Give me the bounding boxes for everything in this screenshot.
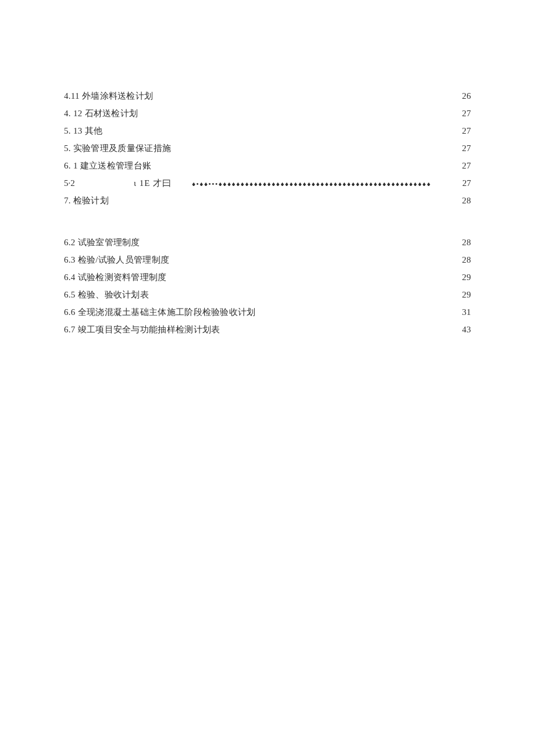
- toc-label: 6.5 检验、验收计划表: [64, 286, 149, 303]
- toc-label: 6.7 竣工项目安全与功能抽样检测计划表: [64, 321, 220, 338]
- toc-entry: 4. 12 石材送检计划 27: [64, 105, 471, 122]
- toc-label: 4. 12 石材送检计划: [64, 105, 138, 122]
- toc-page: 28: [462, 251, 471, 268]
- toc-page: 27: [462, 174, 471, 192]
- toc-page: 43: [462, 321, 471, 338]
- toc-leader-dots: [139, 108, 461, 116]
- toc-leader-dots: [172, 142, 461, 151]
- toc-entry: 6.2 试验室管理制度 28: [64, 234, 471, 251]
- toc-page: 28: [462, 192, 471, 209]
- toc-leader-dots: [168, 271, 461, 280]
- toc-leader-dots: [150, 289, 461, 298]
- toc-label-left: 5·2: [64, 174, 134, 192]
- toc-leader-dots: [104, 125, 461, 134]
- toc-leader-dots: [222, 324, 461, 332]
- toc-label-mid: ι 1E 才曰: [134, 174, 174, 192]
- toc-label: 6.3 检验/试验人员管理制度: [64, 251, 169, 268]
- toc-leader-dots: [257, 306, 461, 315]
- toc-entry: 6.7 竣工项目安全与功能抽样检测计划表 43: [64, 321, 471, 338]
- toc-label: 5. 实验管理及质量保证措施: [64, 139, 171, 157]
- toc-entry: 6.6 全现浇混凝土基础主体施工阶段检验验收计划 31: [64, 303, 471, 321]
- toc-entry: 4.11 外墙涂料送检计划 26: [64, 87, 471, 105]
- toc-entry: 6. 1 建立送检管理台账 27: [64, 157, 471, 174]
- toc-page: 27: [462, 157, 471, 174]
- toc-label: 6.6 全现浇混凝土基础主体施工阶段检验验收计划: [64, 303, 256, 321]
- toc-entry: 5. 13 其他 27: [64, 122, 471, 139]
- toc-entry: 7. 检验计划 28: [64, 192, 471, 209]
- toc-page: 31: [462, 303, 471, 321]
- toc-leader-diamonds: [192, 177, 461, 186]
- toc-label: 6.2 试验室管理制度: [64, 234, 140, 251]
- toc-page: 29: [462, 286, 471, 303]
- toc-leader-dots: [110, 195, 461, 203]
- toc-label: 6. 1 建立送检管理台账: [64, 157, 151, 174]
- toc-page: 27: [462, 105, 471, 122]
- toc-block-1: 4.11 外墙涂料送检计划 26 4. 12 石材送检计划 27 5. 13 其…: [64, 87, 471, 209]
- toc-page: 27: [462, 122, 471, 139]
- toc-page: 26: [462, 87, 471, 105]
- toc-label: 6.4 试验检测资料管理制度: [64, 268, 167, 286]
- toc-label: 5. 13 其他: [64, 122, 102, 139]
- toc-page: 28: [462, 234, 471, 251]
- toc-entry-garbled: 5·2 ι 1E 才曰 27: [64, 174, 471, 192]
- toc-leader-dots: [154, 90, 461, 99]
- toc-entry: 5. 实验管理及质量保证措施 27: [64, 139, 471, 157]
- toc-label: 4.11 外墙涂料送检计划: [64, 87, 153, 105]
- toc-label: 7. 检验计划: [64, 192, 109, 209]
- toc-leader-dots: [170, 254, 461, 263]
- toc-leader-dots: [152, 160, 461, 169]
- toc-entry: 6.4 试验检测资料管理制度 29: [64, 268, 471, 286]
- toc-entry: 6.3 检验/试验人员管理制度 28: [64, 251, 471, 268]
- toc-page: 27: [462, 139, 471, 157]
- toc-entry: 6.5 检验、验收计划表 29: [64, 286, 471, 303]
- toc-page: 29: [462, 268, 471, 286]
- toc-leader-dots: [141, 237, 461, 245]
- toc-block-2: 6.2 试验室管理制度 28 6.3 检验/试验人员管理制度 28 6.4 试验…: [64, 234, 471, 338]
